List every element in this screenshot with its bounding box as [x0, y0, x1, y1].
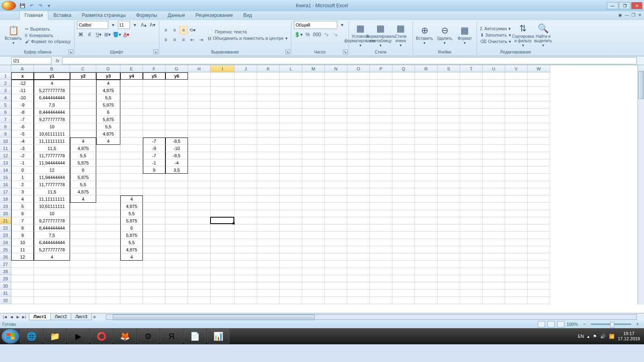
- cell[interactable]: [528, 268, 550, 275]
- cell[interactable]: [505, 210, 528, 217]
- cell[interactable]: [235, 116, 257, 123]
- cell[interactable]: [120, 145, 143, 152]
- cell[interactable]: [70, 80, 96, 87]
- cell[interactable]: [505, 152, 528, 159]
- cell[interactable]: [505, 94, 528, 101]
- fx-icon[interactable]: fx: [53, 57, 62, 64]
- cell[interactable]: [96, 188, 120, 195]
- cell[interactable]: [302, 130, 325, 138]
- cell[interactable]: [438, 275, 460, 282]
- cell[interactable]: [70, 239, 96, 246]
- row-header[interactable]: 26: [0, 253, 11, 261]
- cell[interactable]: [235, 152, 257, 159]
- cell[interactable]: [120, 80, 143, 87]
- cell[interactable]: [460, 130, 483, 138]
- cell[interactable]: [96, 232, 120, 239]
- cell[interactable]: [483, 195, 505, 203]
- align-bottom-icon[interactable]: ≡: [180, 26, 188, 34]
- cell[interactable]: [392, 195, 415, 203]
- cell[interactable]: [325, 101, 347, 109]
- cell[interactable]: [188, 130, 211, 138]
- row-header[interactable]: 22: [0, 224, 11, 232]
- cell[interactable]: [415, 152, 438, 159]
- cell[interactable]: [415, 130, 438, 138]
- cell[interactable]: [392, 138, 415, 145]
- cell[interactable]: [235, 203, 257, 210]
- cell[interactable]: [211, 130, 235, 138]
- cell[interactable]: [415, 174, 438, 181]
- font-color-button[interactable]: A▾: [122, 31, 130, 39]
- decrease-indent-icon[interactable]: ⇤: [188, 36, 196, 44]
- column-header[interactable]: N: [325, 65, 347, 72]
- cell[interactable]: [143, 80, 165, 87]
- cell[interactable]: [347, 217, 370, 224]
- find-select-button[interactable]: 🔍Найти и выделить▾: [534, 22, 552, 48]
- cell[interactable]: 9,277777778: [34, 116, 70, 123]
- cell[interactable]: [528, 290, 550, 297]
- cell[interactable]: [528, 123, 550, 130]
- cell[interactable]: [70, 130, 96, 138]
- cell[interactable]: [302, 253, 325, 261]
- cell[interactable]: [165, 123, 188, 130]
- cell[interactable]: [120, 87, 143, 94]
- spreadsheet-grid[interactable]: ABCDEFGHIJKLMNOPQRSTUVW 1234567891011121…: [0, 65, 644, 313]
- cell[interactable]: [235, 138, 257, 145]
- cell[interactable]: [302, 239, 325, 246]
- cell[interactable]: [257, 145, 280, 152]
- cell[interactable]: [120, 109, 143, 116]
- cell[interactable]: [280, 181, 302, 188]
- cell[interactable]: [34, 275, 70, 282]
- cell[interactable]: [257, 246, 280, 253]
- cell[interactable]: [165, 246, 188, 253]
- cell[interactable]: [528, 217, 550, 224]
- cell[interactable]: [392, 145, 415, 152]
- cell[interactable]: 12: [34, 167, 70, 174]
- cell[interactable]: 4,875: [96, 87, 120, 94]
- cell[interactable]: [505, 232, 528, 239]
- row-header[interactable]: 30: [0, 282, 11, 290]
- cell[interactable]: [302, 80, 325, 87]
- cell[interactable]: [302, 261, 325, 268]
- insert-cells-button[interactable]: ⊕Вставить▾: [415, 24, 434, 46]
- cell[interactable]: [211, 268, 235, 275]
- cell[interactable]: [143, 275, 165, 282]
- cell[interactable]: [211, 210, 235, 217]
- cell[interactable]: [280, 152, 302, 159]
- cell[interactable]: [528, 130, 550, 138]
- cell[interactable]: [438, 210, 460, 217]
- taskbar-item[interactable]: 🌐: [20, 329, 43, 343]
- cell[interactable]: [211, 188, 235, 195]
- tray-network-icon[interactable]: 📶: [609, 334, 615, 339]
- cell[interactable]: [483, 138, 505, 145]
- cell[interactable]: 11,11111111: [34, 138, 70, 145]
- cell[interactable]: [280, 130, 302, 138]
- cell[interactable]: [460, 217, 483, 224]
- zoom-slider[interactable]: [591, 323, 631, 325]
- cell[interactable]: [96, 275, 120, 282]
- cell[interactable]: [188, 94, 211, 101]
- cell[interactable]: 4: [70, 138, 96, 145]
- row-header[interactable]: 8: [0, 123, 11, 130]
- cell[interactable]: [505, 203, 528, 210]
- cell[interactable]: [143, 246, 165, 253]
- sheet-nav-last[interactable]: ▶|: [21, 314, 27, 320]
- cell[interactable]: [483, 253, 505, 261]
- cell[interactable]: [211, 232, 235, 239]
- cell[interactable]: 4: [34, 80, 70, 87]
- cell[interactable]: [188, 232, 211, 239]
- cell[interactable]: [257, 195, 280, 203]
- cell[interactable]: [302, 101, 325, 109]
- cell[interactable]: [370, 188, 392, 195]
- cell[interactable]: [460, 297, 483, 304]
- cell[interactable]: [280, 268, 302, 275]
- cell[interactable]: [70, 224, 96, 232]
- cell[interactable]: [325, 239, 347, 246]
- cell[interactable]: [415, 253, 438, 261]
- cell[interactable]: [70, 116, 96, 123]
- cell[interactable]: [188, 116, 211, 123]
- cell[interactable]: [505, 138, 528, 145]
- italic-button[interactable]: К: [86, 31, 94, 39]
- cell[interactable]: [325, 174, 347, 181]
- cell[interactable]: [505, 282, 528, 290]
- row-header[interactable]: 21: [0, 217, 11, 224]
